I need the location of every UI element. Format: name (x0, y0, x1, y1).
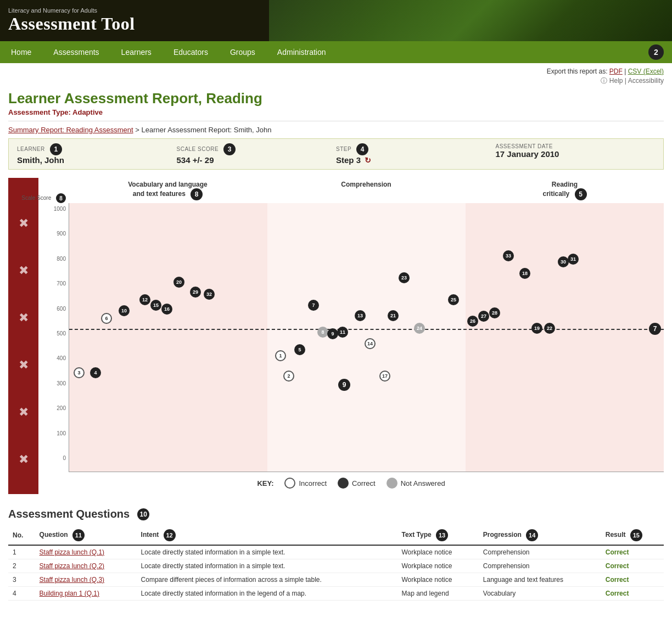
questions-section-title: Assessment Questions 10 (8, 500, 664, 526)
cell-progression: Vocabulary (479, 587, 601, 601)
question-link[interactable]: Staff pizza lunch (Q.3) (40, 576, 105, 584)
dot-8: 8 (317, 327, 328, 338)
refresh-icon[interactable]: ↻ (365, 156, 371, 165)
table-header-row: No. Question 11 Intent 12 Text Type 13 P… (8, 526, 664, 545)
nav-assessments[interactable]: Assessments (42, 41, 110, 63)
section-header-comp: Comprehension (267, 178, 466, 203)
maori-symbol-2: ✖ (19, 264, 29, 278)
section-header-reading: Readingcritically 5 (466, 178, 664, 203)
main-content: Export this report as: PDF | CSV (Excel)… (0, 63, 672, 601)
export-pdf-link[interactable]: PDF (609, 68, 623, 75)
maori-symbol-1: ✖ (19, 216, 29, 231)
dot-16: 16 (161, 304, 172, 315)
nav-bar: Home Assessments Learners Educators Grou… (0, 41, 672, 63)
chart-sidebar: ✖ ✖ ✖ ✖ ✖ ✖ (8, 178, 38, 494)
col-progression: Progression 14 (479, 526, 601, 545)
badge-7: 7 (649, 323, 661, 335)
dot-13: 13 (355, 310, 366, 321)
badge-13: 13 (436, 529, 448, 541)
dot-10: 10 (119, 305, 130, 316)
dot-17: 17 (379, 371, 390, 382)
col-no: No. (8, 526, 35, 545)
dot-30: 30 (558, 256, 569, 267)
key-correct: Correct (338, 478, 376, 489)
dot-25: 25 (448, 294, 459, 305)
export-label: Export this report as: (547, 68, 608, 75)
nav-administration[interactable]: Administration (266, 41, 337, 63)
chart-container: ✖ ✖ ✖ ✖ ✖ ✖ Vocabulary and languageand t… (8, 178, 664, 494)
question-link[interactable]: Staff pizza lunch (Q.1) (40, 548, 105, 556)
question-link[interactable]: Building plan 1 (Q.1) (40, 590, 99, 597)
badge-9: 9 (338, 379, 350, 391)
cell-question: Building plan 1 (Q.1) (35, 587, 137, 601)
chart-main: Vocabulary and languageand text features… (38, 178, 664, 494)
export-csv-link[interactable]: CSV (Excel) (628, 68, 664, 75)
dot-4: 4 (90, 367, 101, 378)
cell-question: Staff pizza lunch (Q.3) (35, 573, 137, 587)
nav-home[interactable]: Home (0, 41, 42, 63)
dot-20: 20 (173, 277, 184, 288)
dot-26: 26 (467, 316, 478, 327)
table-row: 3 Staff pizza lunch (Q.3) Compare differ… (8, 573, 664, 587)
dot-15: 15 (150, 300, 161, 311)
nav-educators[interactable]: Educators (163, 41, 219, 63)
col-question: Question 11 (35, 526, 137, 545)
badge-8: 8 (191, 188, 203, 200)
scale-score-info: SCALE SCORE 3 534 +/- 29 (177, 143, 337, 165)
badge-3: 3 (223, 143, 236, 155)
cell-text-type: Workplace notice (397, 559, 479, 573)
dot-7: 7 (308, 300, 319, 311)
maori-symbol-5: ✖ (19, 405, 29, 419)
dot-22: 22 (544, 323, 555, 334)
question-link[interactable]: Staff pizza lunch (Q.2) (40, 562, 105, 570)
badge-11: 11 (72, 529, 85, 541)
cell-result: Correct (601, 559, 664, 573)
chart-section-read (466, 203, 664, 472)
cell-progression: Language and text features (479, 573, 601, 587)
assessment-date-info: ASSESSMENT DATE 17 January 2010 (496, 143, 656, 165)
dot-27: 27 (478, 311, 489, 322)
key-unanswered-label: Not Answered (401, 479, 445, 487)
breadcrumb-link[interactable]: Summary Report: Reading Assessment (8, 126, 133, 134)
maori-symbol-6: ✖ (19, 452, 29, 467)
col-result: Result 15 (601, 526, 664, 545)
cell-text-type: Workplace notice (397, 573, 479, 587)
cell-result: Correct (601, 573, 664, 587)
help-link[interactable]: Help (609, 77, 623, 85)
accessibility-link[interactable]: Accessibility (628, 77, 664, 85)
step-value: Step 3 ↻ (336, 155, 496, 165)
dot-5: 5 (294, 344, 305, 355)
key-incorrect-label: Incorrect (299, 479, 327, 487)
dot-32: 32 (204, 289, 215, 300)
dot-23: 23 (399, 272, 410, 283)
chart-plot: 7 3 4 6 10 12 15 16 (69, 203, 664, 472)
cell-progression: Comprehension (479, 559, 601, 573)
nav-learners[interactable]: Learners (110, 41, 163, 63)
dot-24: 24 (414, 323, 425, 334)
badge-5: 5 (575, 188, 587, 200)
nav-badge: 2 (648, 44, 664, 60)
cell-no: 3 (8, 573, 35, 587)
dot-11: 11 (337, 327, 348, 338)
col-intent: Intent 12 (137, 526, 397, 545)
y-axis: Scale Score 8 1000 900 800 700 600 500 4… (38, 203, 69, 472)
table-row: 2 Staff pizza lunch (Q.2) Locate directl… (8, 559, 664, 573)
badge-4: 4 (356, 143, 368, 155)
badge-1: 1 (50, 143, 62, 155)
step-info: STEP 4 Step 3 ↻ (336, 143, 496, 165)
cell-text-type: Map and legend (397, 587, 479, 601)
cell-result: Correct (601, 545, 664, 559)
section-header-vocab: Vocabulary and languageand text features… (69, 178, 267, 203)
scale-score-value: 534 +/- 29 (177, 155, 337, 165)
nav-groups[interactable]: Groups (219, 41, 266, 63)
badge-12: 12 (164, 529, 176, 541)
y-axis-label: Scale Score 8 (21, 193, 66, 203)
header-subtitle: Literacy and Numeracy for Adults (8, 7, 135, 14)
badge-14: 14 (526, 529, 538, 541)
dot-3: 3 (74, 367, 85, 378)
cell-no: 4 (8, 587, 35, 601)
dot-19: 19 (531, 323, 542, 334)
export-row: Export this report as: PDF | CSV (Excel) (8, 63, 664, 76)
key-label: KEY: (257, 479, 273, 487)
table-row: 1 Staff pizza lunch (Q.1) Locate directl… (8, 545, 664, 559)
